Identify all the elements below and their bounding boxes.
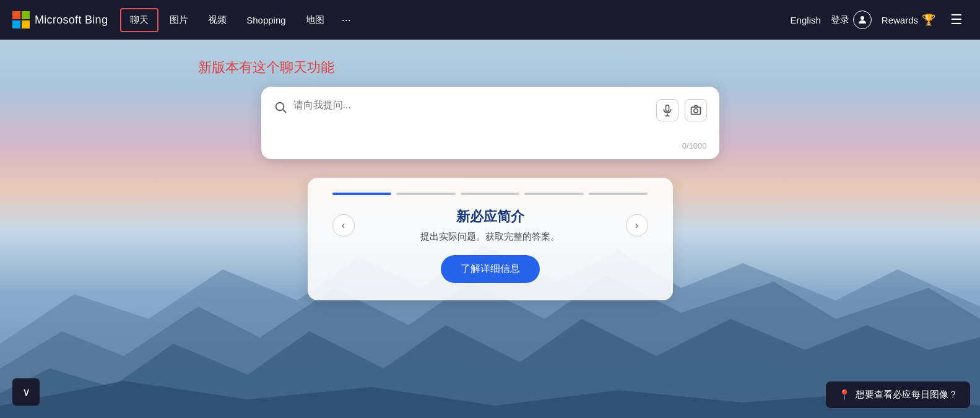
nav-right: English 登录 Rewards 🏆 ☰ — [791, 9, 968, 30]
search-input-row — [274, 99, 707, 136]
logo[interactable]: Microsoft Bing — [12, 11, 108, 28]
nav-more-button[interactable]: ··· — [336, 9, 357, 32]
nav-item-maps[interactable]: 地图 — [297, 9, 333, 31]
nav-items: 聊天 图片 视频 Shopping 地图 ··· — [120, 8, 790, 32]
login-label: 登录 — [831, 14, 849, 26]
main-content: 新版本有这个聊天功能 — [0, 40, 980, 300]
carousel-dot-3[interactable] — [461, 193, 520, 195]
svg-point-11 — [693, 109, 698, 113]
scroll-down-button[interactable]: ∨ — [12, 378, 40, 406]
card-description: 提出实际问题。获取完整的答案。 — [367, 231, 614, 243]
brand-name: Microsoft Bing — [35, 14, 108, 27]
rewards-label: Rewards — [882, 15, 918, 25]
hamburger-menu[interactable]: ☰ — [945, 9, 968, 30]
info-card: ‹ 新必应简介 提出实际问题。获取完整的答案。 › 了解详细信息 — [308, 178, 673, 300]
card-title: 新必应简介 — [367, 207, 614, 226]
nav-item-images[interactable]: 图片 — [161, 9, 197, 31]
language-selector[interactable]: English — [791, 15, 821, 25]
navbar: Microsoft Bing 聊天 图片 视频 Shopping 地图 ··· … — [0, 0, 980, 40]
nav-item-shopping[interactable]: Shopping — [238, 10, 294, 30]
toast-text: 想要查看必应每日图像？ — [856, 389, 958, 401]
nav-item-video[interactable]: 视频 — [199, 9, 235, 31]
card-body: 新必应简介 提出实际问题。获取完整的答案。 — [355, 207, 626, 243]
search-icon — [274, 100, 287, 117]
microphone-button[interactable] — [656, 99, 679, 121]
login-button[interactable]: 登录 — [831, 11, 872, 29]
carousel-dot-2[interactable] — [396, 193, 456, 195]
next-arrow[interactable]: › — [626, 214, 648, 237]
svg-point-5 — [275, 103, 284, 111]
search-footer: 0/1000 — [274, 141, 707, 150]
carousel-dot-5[interactable] — [589, 193, 648, 195]
search-action-icons — [656, 99, 707, 121]
card-navigation: ‹ 新必应简介 提出实际问题。获取完整的答案。 › — [332, 207, 648, 243]
prev-arrow[interactable]: ‹ — [332, 214, 355, 237]
microsoft-logo — [12, 11, 30, 28]
logo-yellow — [22, 20, 30, 28]
chevron-down-icon: ∨ — [22, 385, 30, 399]
rewards-button[interactable]: Rewards 🏆 — [882, 13, 935, 27]
carousel-dots — [332, 193, 648, 195]
location-icon: 📍 — [838, 389, 851, 401]
logo-red — [12, 11, 20, 19]
svg-point-4 — [861, 16, 864, 20]
trophy-icon: 🏆 — [922, 13, 935, 27]
promo-banner: 新版本有这个聊天功能 — [198, 58, 334, 77]
nav-item-chat[interactable]: 聊天 — [120, 8, 158, 32]
daily-image-toast[interactable]: 📍 想要查看必应每日图像？ — [826, 381, 970, 408]
camera-button[interactable] — [685, 99, 707, 121]
logo-green — [22, 11, 30, 19]
carousel-dot-4[interactable] — [524, 193, 584, 195]
user-avatar — [853, 11, 872, 29]
carousel-dot-1[interactable] — [332, 193, 392, 195]
learn-more-button[interactable]: 了解详细信息 — [441, 255, 540, 283]
svg-line-6 — [283, 110, 286, 113]
search-input[interactable] — [293, 99, 650, 136]
char-counter: 0/1000 — [682, 141, 707, 150]
logo-blue — [12, 20, 20, 28]
svg-rect-7 — [666, 105, 669, 111]
search-container: 0/1000 — [261, 87, 719, 159]
